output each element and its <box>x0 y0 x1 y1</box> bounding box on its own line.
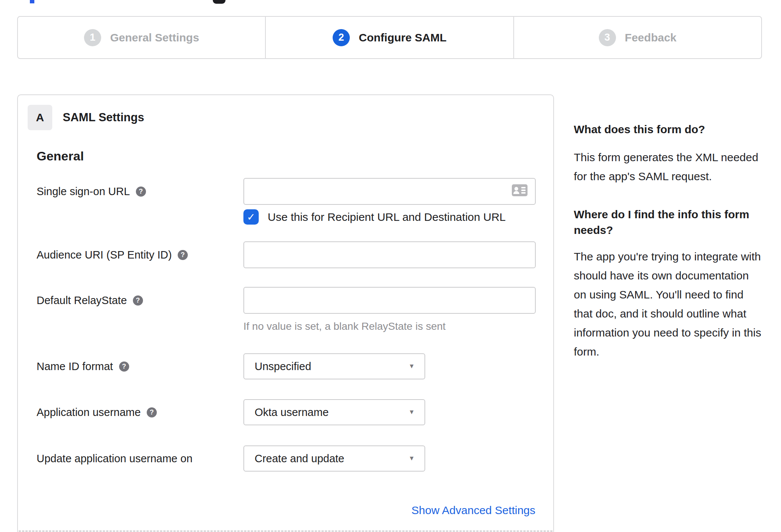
relaystate-hint: If no value is set, a blank RelayState i… <box>243 320 536 332</box>
chevron-down-icon: ▼ <box>408 455 415 462</box>
contact-card-icon[interactable] <box>512 184 528 196</box>
default-relaystate-label: Default RelayState ? <box>37 287 243 314</box>
step-label: Configure SAML <box>359 31 446 44</box>
step-general-settings[interactable]: 1 General Settings <box>18 17 265 58</box>
application-username-label-text: Application username <box>37 406 141 419</box>
help-section-heading: What does this form do? <box>574 122 763 137</box>
help-icon[interactable]: ? <box>133 295 143 306</box>
help-icon[interactable]: ? <box>136 187 146 197</box>
help-icon[interactable]: ? <box>147 407 157 417</box>
help-section-body: This form generates the XML needed for t… <box>574 148 763 186</box>
name-id-format-select[interactable]: Unspecified ▼ <box>243 353 425 379</box>
name-id-format-label: Name ID format ? <box>37 353 243 379</box>
step-feedback[interactable]: 3 Feedback <box>513 17 761 58</box>
help-section: Where do I find the info this form needs… <box>574 207 763 361</box>
application-username-select[interactable]: Okta username ▼ <box>243 399 425 425</box>
name-id-format-value: Unspecified <box>255 360 311 373</box>
audience-uri-control <box>243 241 536 268</box>
update-application-username-label: Update application username on <box>37 445 243 472</box>
help-sidebar: What does this form do? This form genera… <box>574 122 763 361</box>
cropped-header-fragment-icon <box>213 0 225 4</box>
section-badge: A <box>28 105 52 130</box>
help-section-heading: Where do I find the info this form needs… <box>574 207 763 238</box>
step-label: General Settings <box>110 31 199 44</box>
step-number-badge: 2 <box>333 29 350 46</box>
recipient-url-checkbox[interactable]: ✓ <box>243 209 259 225</box>
default-relaystate-control: If no value is set, a blank RelayState i… <box>243 287 536 332</box>
form-row-sso-url: Single sign-on URL ? ✓ Use this for Reci… <box>37 178 536 225</box>
audience-uri-input[interactable] <box>243 241 536 268</box>
audience-uri-label-text: Audience URI (SP Entity ID) <box>37 249 172 261</box>
group-heading-general: General <box>37 149 84 163</box>
help-section-body: The app you're trying to integrate with … <box>574 247 763 361</box>
default-relaystate-label-text: Default RelayState <box>37 294 127 307</box>
sso-url-control: ✓ Use this for Recipient URL and Destina… <box>243 178 536 225</box>
name-id-format-control: Unspecified ▼ <box>243 353 425 379</box>
application-username-label: Application username ? <box>37 399 243 425</box>
show-advanced-settings-link[interactable]: Show Advanced Settings <box>411 504 535 517</box>
audience-uri-label: Audience URI (SP Entity ID) ? <box>37 241 243 268</box>
form-row-application-username: Application username ? Okta username ▼ <box>37 399 536 425</box>
saml-settings-panel: A SAML Settings General Single sign-on U… <box>17 94 554 532</box>
update-application-username-control: Create and update ▼ <box>243 445 425 472</box>
name-id-format-label-text: Name ID format <box>37 360 113 373</box>
panel-header: A SAML Settings <box>28 105 144 130</box>
step-configure-saml[interactable]: 2 Configure SAML <box>265 17 513 58</box>
section-title: SAML Settings <box>63 111 144 124</box>
update-application-username-value: Create and update <box>255 453 344 465</box>
form-row-default-relaystate: Default RelayState ? If no value is set,… <box>37 287 536 332</box>
step-number-badge: 3 <box>599 29 616 46</box>
sso-url-label-text: Single sign-on URL <box>37 185 130 198</box>
form-row-audience-uri: Audience URI (SP Entity ID) ? <box>37 241 536 268</box>
sso-url-label: Single sign-on URL ? <box>37 178 243 205</box>
application-username-value: Okta username <box>255 406 329 419</box>
form-row-name-id-format: Name ID format ? Unspecified ▼ <box>37 353 536 379</box>
recipient-url-check-row: ✓ Use this for Recipient URL and Destina… <box>243 209 536 225</box>
help-icon[interactable]: ? <box>178 250 188 260</box>
update-application-username-label-text: Update application username on <box>37 453 193 465</box>
cropped-header-fragment-blue <box>30 0 34 3</box>
chevron-down-icon: ▼ <box>408 363 415 370</box>
help-icon[interactable]: ? <box>119 362 129 372</box>
form-row-update-application-username: Update application username on Create an… <box>37 445 536 472</box>
wizard-stepper: 1 General Settings 2 Configure SAML 3 Fe… <box>17 16 762 59</box>
help-section: What does this form do? This form genera… <box>574 122 763 186</box>
update-application-username-select[interactable]: Create and update ▼ <box>243 445 425 472</box>
chevron-down-icon: ▼ <box>408 409 415 416</box>
default-relaystate-input[interactable] <box>243 287 536 314</box>
sso-url-input[interactable] <box>243 178 536 205</box>
step-number-badge: 1 <box>84 29 101 46</box>
application-username-control: Okta username ▼ <box>243 399 425 425</box>
step-label: Feedback <box>625 31 676 44</box>
section-dashed-divider <box>19 531 553 532</box>
sso-url-input-wrap <box>243 178 536 205</box>
recipient-url-checkbox-label: Use this for Recipient URL and Destinati… <box>268 211 506 223</box>
